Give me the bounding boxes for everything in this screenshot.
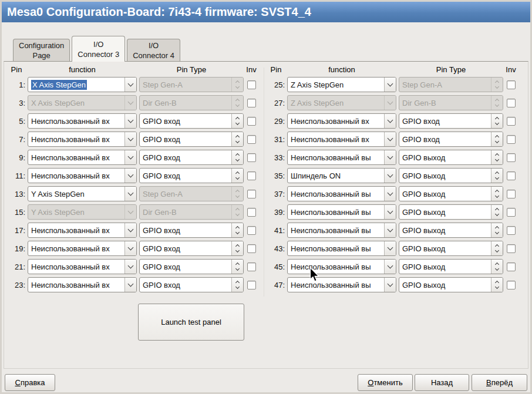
function-combo[interactable]: Неиспользованный вх [28,150,137,165]
chevron-down-icon [384,78,396,92]
pin-type-value: Step Gen-A [399,78,491,92]
function-combo[interactable]: Неиспользованный вх [28,223,137,238]
window-titlebar[interactable]: Mesa0 Configuration-Board: 7i43-4 firmwa… [2,2,530,22]
function-combo[interactable]: Неиспользованный вы [287,150,396,165]
inv-checkbox[interactable] [247,99,256,107]
inv-checkbox[interactable] [507,208,516,217]
pin-number: 17: [8,226,25,235]
up-down-arrows-icon [231,260,243,274]
pin-number: 1: [8,80,25,89]
pin-type-combo[interactable]: GPIO выход [399,241,503,256]
pin-row: 29:Неиспользованный вхGPIO вход [267,113,516,129]
pin-row: 13:Y Axis StepGenStep Gen-A [8,186,257,201]
inv-checkbox[interactable] [507,281,516,289]
inv-checkbox[interactable] [507,244,516,253]
function-combo[interactable]: Неиспользованный вх [28,277,137,292]
function-value: Неиспользованный вх [288,114,384,128]
pin-type-combo[interactable]: GPIO вход [139,241,244,256]
inv-checkbox[interactable] [247,117,256,126]
pin-type-combo[interactable]: GPIO выход [399,186,503,201]
function-combo[interactable]: Неиспользованный вх [28,113,137,129]
function-combo[interactable]: Неиспользованный вх [28,241,137,256]
function-combo[interactable]: Неиспользованный вы [287,186,396,201]
tab-io-connector-3[interactable]: I/O Connector 3 [72,36,125,62]
pncconf-window: Mesa0 Configuration-Board: 7i43-4 firmwa… [0,0,532,394]
pin-type-combo: Step Gen-A [399,77,503,92]
function-combo[interactable]: Z Axis StepGen [287,77,396,92]
pin-type-combo[interactable]: GPIO вход [399,113,503,129]
inv-checkbox[interactable] [247,208,256,217]
inv-checkbox[interactable] [247,171,256,180]
pin-type-combo[interactable]: GPIO выход [399,223,503,238]
function-combo[interactable]: X Axis StepGen [28,77,137,92]
pin-type-combo[interactable]: GPIO выход [399,150,503,165]
function-combo[interactable]: Неиспользованный вх [28,168,137,183]
inv-checkbox[interactable] [247,262,256,271]
pin-type-combo[interactable]: GPIO вход [139,132,244,147]
function-combo[interactable]: Неиспользованный вх [287,132,396,147]
function-combo[interactable]: Неиспользованный вы [287,277,396,292]
pin-type-value: Dir Gen-B [399,96,491,110]
inv-checkbox[interactable] [507,135,516,144]
pin-type-combo[interactable]: GPIO вход [399,132,503,147]
up-down-arrows-icon [491,169,503,183]
inv-checkbox[interactable] [507,117,516,126]
back-button[interactable]: Назад [415,374,469,391]
pin-number: 31: [267,135,285,144]
pin-type-combo[interactable]: GPIO вход [139,113,244,129]
launch-test-panel-button[interactable]: Launch test panel [138,304,244,341]
inv-checkbox[interactable] [507,99,516,107]
pin-type-combo[interactable]: GPIO вход [139,277,244,292]
pin-type-value: Dir Gen-B [140,96,231,110]
function-combo[interactable]: Неиспользованный вы [287,223,396,238]
help-button[interactable]: Справка [5,374,55,391]
forward-button-label: перёд [491,378,513,387]
inv-checkbox[interactable] [247,190,256,198]
function-combo[interactable]: Неиспользованный вы [287,241,396,256]
pin-number: 15: [8,208,25,217]
pin-type-combo[interactable]: GPIO вход [139,259,244,274]
pin-row: 27:Z Axis StepGenDir Gen-B [267,95,516,110]
forward-button[interactable]: Вперёд [472,374,527,391]
inv-checkbox[interactable] [247,244,256,253]
pin-type-combo[interactable]: GPIO вход [139,150,244,165]
up-down-arrows-icon [231,187,243,201]
pin-type-combo[interactable]: GPIO выход [399,204,503,220]
inv-checkbox[interactable] [507,171,516,180]
forward-button-accel: В [486,378,491,387]
pin-type-combo[interactable]: GPIO выход [399,277,503,292]
inv-checkbox[interactable] [247,153,256,162]
chevron-down-icon [384,114,396,128]
up-down-arrows-icon [231,114,243,128]
inv-checkbox[interactable] [507,153,516,162]
inv-checkbox[interactable] [247,80,256,89]
inv-checkbox[interactable] [507,226,516,235]
function-combo[interactable]: Y Axis StepGen [28,186,137,201]
inv-checkbox[interactable] [507,262,516,271]
function-value: Неиспользованный вх [28,241,124,255]
inv-checkbox[interactable] [247,281,256,289]
function-combo: Y Axis StepGen [28,204,137,220]
inv-checkbox[interactable] [507,190,516,198]
function-combo[interactable]: Шпиндель ON [287,168,396,183]
pin-type-combo[interactable]: GPIO выход [399,168,503,183]
inv-checkbox[interactable] [507,80,516,89]
function-combo[interactable]: Неиспользованный вх [28,132,137,147]
pin-type-combo[interactable]: GPIO выход [399,259,503,274]
inv-checkbox[interactable] [247,135,256,144]
tab-io-connector-4[interactable]: I/O Connector 4 [127,39,180,61]
chevron-down-icon [384,187,396,201]
function-combo[interactable]: Неиспользованный вх [28,259,137,274]
tab-label-line1: Configuration [19,41,64,50]
up-down-arrows-icon [491,96,503,110]
pin-type-combo[interactable]: GPIO вход [139,168,244,183]
function-combo[interactable]: Неиспользованный вх [287,113,396,129]
pin-row: 43:Неиспользованный выGPIO выход [267,241,516,256]
pin-type-combo[interactable]: GPIO вход [139,223,244,238]
inv-checkbox[interactable] [247,226,256,235]
chevron-down-icon [124,114,136,128]
tab-configuration-page[interactable]: Configuration Page [13,39,70,61]
function-combo[interactable]: Неиспользованный вы [287,259,396,274]
function-combo[interactable]: Неиспользованный вы [287,204,396,220]
cancel-button[interactable]: Отменить [358,374,413,391]
